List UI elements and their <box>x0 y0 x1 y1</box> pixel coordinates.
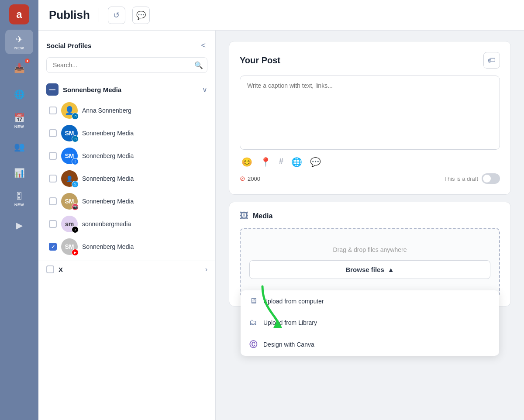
tag-button[interactable]: 🏷 <box>483 52 500 69</box>
nav-item-calendar[interactable]: 📅 NEW <box>5 108 33 133</box>
profile-name-4: Sonnenberg Media <box>82 175 134 182</box>
top-header: Publish ↺ 💬 <box>38 0 524 31</box>
facebook-badge-3: f <box>72 158 79 165</box>
browse-files-button[interactable]: Browse files ▲ <box>249 260 490 279</box>
group-icon: — <box>46 83 59 96</box>
profile-item[interactable]: SM ▶ Sonnenberg Media <box>38 235 215 258</box>
search-icon[interactable]: 🔍 <box>194 61 203 69</box>
avatar-wrap-6: sm ♪ <box>61 216 78 232</box>
media-section: 🖼 Media Drag & drop files anywhere Brows… <box>229 202 511 306</box>
nav-item-inbox[interactable]: 📥 ● <box>5 56 33 80</box>
library-icon: 🗂 <box>249 318 257 327</box>
profile-item[interactable]: 👤 𝕏 Sonnenberg Media <box>38 167 215 190</box>
dashboard-icon: 🎛 <box>15 191 24 201</box>
nav-item-dashboard[interactable]: 🎛 NEW <box>5 187 33 211</box>
tag-icon: 🏷 <box>488 56 496 65</box>
comment-icon: 💬 <box>136 10 146 20</box>
linkedin-badge-1: in <box>72 113 79 120</box>
content-area: Social Profiles < 🔍 — Sonnenberg Media ∨… <box>38 31 524 420</box>
warning-icon: ⊘ <box>240 175 245 182</box>
profile-item[interactable]: SM in Sonnenberg Media <box>38 122 215 145</box>
nav-new-badge-dashboard: NEW <box>14 203 24 207</box>
avatar-wrap-1: 👤 in <box>61 102 78 119</box>
inbox-badge: ● <box>25 59 30 63</box>
profile-name-6: sonnenbergmedia <box>82 220 131 227</box>
linkedin-badge-2: in <box>72 135 79 142</box>
users-icon: 👥 <box>14 141 25 152</box>
x-expand-icon[interactable]: › <box>205 265 207 273</box>
twitter-badge-4: 𝕏 <box>72 181 79 188</box>
x-section: X › <box>38 261 215 278</box>
group-header[interactable]: — Sonnenberg Media ∨ <box>38 80 215 99</box>
profile-item[interactable]: 👤 in Anna Sonnenberg <box>38 99 215 122</box>
analytics-icon: 📊 <box>14 168 25 178</box>
post-footer: ⊘ 2000 This is a draft <box>240 169 500 184</box>
inbox-icon: 📥 <box>14 63 25 73</box>
logo-letter: a <box>16 8 22 21</box>
profile-item[interactable]: SM f Sonnenberg Media <box>38 145 215 167</box>
nav-item-publish[interactable]: ✈ NEW <box>5 30 33 54</box>
profile-checkbox-6[interactable] <box>49 220 57 228</box>
profile-item[interactable]: SM 📷 Sonnenberg Media <box>38 190 215 213</box>
profile-checkbox-5[interactable] <box>49 197 57 205</box>
drop-zone[interactable]: Drag & drop files anywhere Browse files … <box>240 228 500 297</box>
profile-name-1: Anna Sonnenberg <box>82 107 131 114</box>
design-canva-item[interactable]: Ⓒ Design with Canva <box>241 333 499 356</box>
send-icon: ✈ <box>16 34 23 45</box>
globe-toolbar-icon[interactable]: 🌐 <box>291 157 302 167</box>
caption-input[interactable] <box>240 76 500 150</box>
globe-icon: 🌐 <box>14 89 25 100</box>
profile-checkbox-1[interactable] <box>49 107 57 114</box>
mention-icon[interactable]: 💬 <box>310 157 321 167</box>
post-section-header: Your Post 🏷 <box>240 52 500 69</box>
collapse-button[interactable]: < <box>199 39 207 52</box>
nav-item-users[interactable]: 👥 <box>5 134 33 159</box>
profile-checkbox-3[interactable] <box>49 152 57 160</box>
profile-name-7: Sonnenberg Media <box>82 243 134 250</box>
social-profiles-panel: Social Profiles < 🔍 — Sonnenberg Media ∨… <box>38 31 216 420</box>
your-post-section: Your Post 🏷 😊 📍 # 🌐 💬 ⊘ 2000 <box>229 41 511 195</box>
nav-item-listen[interactable]: 🌐 <box>5 82 33 107</box>
search-box: 🔍 <box>46 57 207 73</box>
nav-new-badge-publish: NEW <box>14 46 24 50</box>
location-icon[interactable]: 📍 <box>260 157 271 167</box>
avatar-wrap-3: SM f <box>61 148 78 164</box>
post-area: Your Post 🏷 😊 📍 # 🌐 💬 ⊘ 2000 <box>216 31 524 420</box>
profile-item[interactable]: sm ♪ sonnenbergmedia <box>38 213 215 235</box>
sidebar-nav: a ✈ NEW 📥 ● 🌐 📅 NEW 👥 📊 🎛 NEW ▶ <box>0 0 38 420</box>
profile-checkbox-4[interactable] <box>49 175 57 182</box>
nav-item-analytics[interactable]: 📊 <box>5 161 33 185</box>
search-input[interactable] <box>46 57 207 73</box>
char-count-value: 2000 <box>248 176 260 182</box>
upload-computer-item[interactable]: 🖥 Upload from computer <box>241 290 499 312</box>
profile-checkbox-7[interactable] <box>49 243 57 251</box>
history-button[interactable]: ↺ <box>108 7 125 24</box>
comments-button[interactable]: 💬 <box>132 7 150 24</box>
upload-library-label: Upload from Library <box>263 319 317 326</box>
draft-toggle-switch[interactable] <box>482 173 500 184</box>
x-checkbox[interactable] <box>46 265 54 273</box>
group-name: Sonnenberg Media <box>63 86 198 93</box>
avatar-wrap-7: SM ▶ <box>61 238 78 255</box>
calendar-icon: 📅 <box>14 113 25 123</box>
group-chevron-icon: ∨ <box>202 86 207 94</box>
media-header: 🖼 Media <box>240 211 500 221</box>
computer-icon: 🖥 <box>249 296 257 306</box>
drop-text: Drag & drop files anywhere <box>249 246 490 253</box>
hashtag-icon[interactable]: # <box>279 157 283 167</box>
app-logo: a <box>9 4 29 24</box>
instagram-badge-5: 📷 <box>72 203 79 210</box>
design-canva-label: Design with Canva <box>263 341 314 348</box>
nav-item-video[interactable]: ▶ <box>5 213 33 238</box>
profile-checkbox-2[interactable] <box>49 129 57 137</box>
avatar-wrap-5: SM 📷 <box>61 193 78 210</box>
canva-icon: Ⓒ <box>249 339 257 350</box>
profile-name-5: Sonnenberg Media <box>82 198 134 205</box>
toolbar: 😊 📍 # 🌐 💬 <box>240 151 500 169</box>
x-label: X <box>59 266 201 273</box>
upload-library-item[interactable]: 🗂 Upload from Library <box>241 312 499 333</box>
emoji-icon[interactable]: 😊 <box>241 157 252 167</box>
browse-dropdown: 🖥 Upload from computer 🗂 Upload from Lib… <box>241 290 499 356</box>
avatar-wrap-2: SM in <box>61 125 78 141</box>
profiles-header: Social Profiles < <box>38 31 215 57</box>
